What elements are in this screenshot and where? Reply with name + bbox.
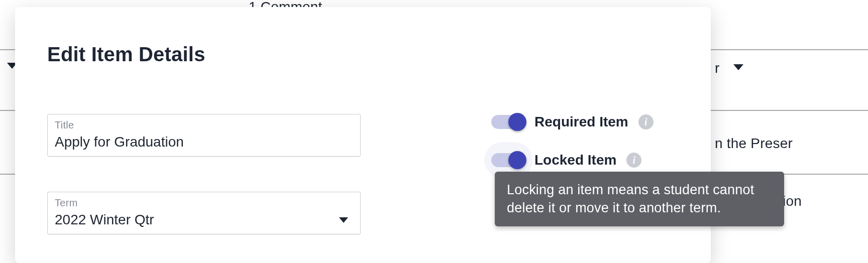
- info-icon[interactable]: i: [626, 153, 641, 168]
- term-selected-value: 2022 Winter Qtr: [55, 212, 332, 228]
- toggle-knob: [508, 151, 526, 169]
- title-label: Title: [55, 119, 353, 131]
- toggles: Required Item i Locked Item i: [491, 114, 679, 168]
- term-select[interactable]: Term 2022 Winter Qtr: [47, 192, 361, 234]
- chevron-down-icon: [339, 217, 348, 223]
- required-item-row: Required Item i: [491, 114, 679, 130]
- locked-item-label: Locked Item: [534, 152, 616, 168]
- locked-item-row: Locked Item i: [491, 152, 679, 168]
- left-column: Title Term 2022 Winter Qtr: [47, 114, 361, 263]
- required-item-label: Required Item: [534, 114, 628, 130]
- info-icon[interactable]: i: [638, 114, 654, 129]
- term-label: Term: [55, 197, 332, 209]
- title-field[interactable]: Title: [47, 114, 361, 157]
- bg-right-partial: n the Preser: [715, 136, 793, 152]
- toggle-knob: [508, 113, 526, 131]
- locked-item-toggle[interactable]: [491, 153, 524, 167]
- title-input[interactable]: [55, 134, 353, 150]
- bg-right-letter: r: [715, 60, 720, 76]
- chevron-down-icon: [733, 64, 743, 70]
- modal-title: Edit Item Details: [47, 43, 679, 66]
- locked-item-tooltip: Locking an item means a student cannot d…: [495, 172, 784, 226]
- required-item-toggle[interactable]: [491, 115, 524, 129]
